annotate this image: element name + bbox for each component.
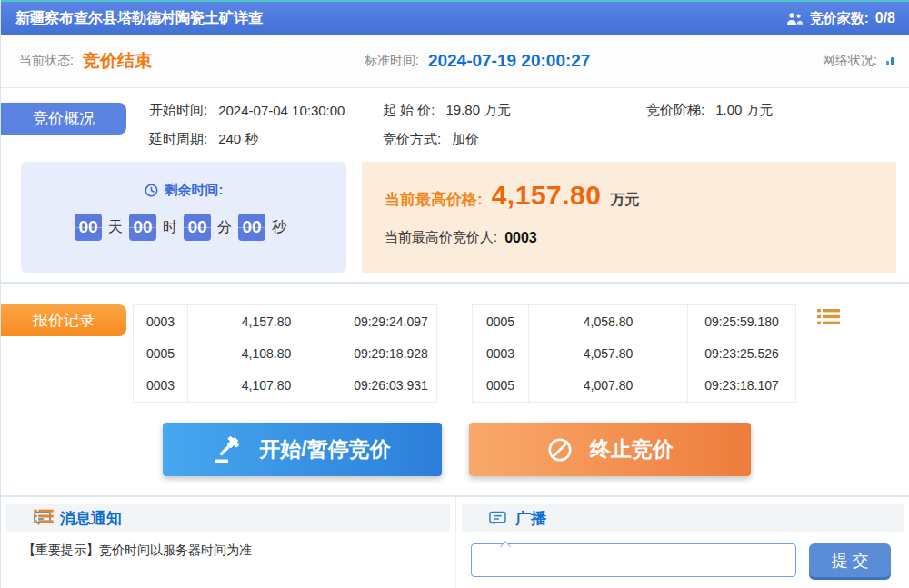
- message-item: 【重要提示】竞价时间以服务器时间为准: [23, 543, 252, 559]
- time-value: 2024-07-19 20:00:27: [428, 51, 591, 71]
- records-badge: 报价记录: [1, 304, 126, 336]
- start-pause-label: 开始/暂停竞价: [259, 435, 390, 463]
- countdown-label: 剩余时间:: [165, 182, 224, 199]
- countdown-digits: 00 天 00 时 00 分 00 秒: [21, 214, 346, 241]
- bidders-icon: [786, 12, 804, 25]
- auction-page: 新疆察布查尔县塔勒德村陶瓷土矿详查 竞价家数: 0/8 当前状态: 竞价结束 标…: [0, 0, 909, 588]
- highest-price-label: 当前最高价格:: [385, 189, 483, 210]
- page-title: 新疆察布查尔县塔勒德村陶瓷土矿详查: [15, 9, 263, 28]
- field-bid-step: 竞价阶梯: 1.00 万元: [646, 102, 774, 119]
- price-cell: 4,108.80: [188, 337, 345, 369]
- prohibit-icon: [546, 436, 574, 463]
- broadcast-input-wrap: [471, 543, 796, 577]
- field-label: 起 始 价:: [383, 102, 435, 119]
- overview-badge: 竞价概况: [1, 103, 126, 135]
- broadcast-panel: 广播 提 交: [455, 497, 909, 588]
- table-row: 0005 4,007.80 09:23:18.107: [473, 370, 795, 402]
- submit-button[interactable]: 提 交: [809, 543, 891, 577]
- records-table-right: 0005 4,058.80 09:25:59.180 0003 4,057.80…: [472, 304, 796, 403]
- table-row: 0005 4,058.80 09:25:59.180: [473, 305, 795, 337]
- bidder-cell: 0003: [134, 370, 188, 402]
- price-cell: 4,157.80: [188, 305, 345, 337]
- bidders-label: 竞价家数:: [810, 10, 869, 27]
- highest-price-panel: 当前最高价格: 4,157.80 万元 当前最高价竞价人: 0003: [362, 162, 896, 273]
- messages-header: 消息通知: [6, 504, 450, 532]
- records-table-left: 0003 4,157.80 09:29:24.097 0005 4,108.80…: [133, 304, 437, 403]
- field-label: 延时周期:: [149, 131, 207, 148]
- title-bar: 新疆察布查尔县塔勒德村陶瓷土矿详查 竞价家数: 0/8: [1, 2, 909, 35]
- field-value: 加价: [452, 131, 479, 148]
- field-value: 240 秒: [218, 131, 258, 148]
- seconds-value: 00: [238, 214, 265, 241]
- time-cell: 09:29:24.097: [345, 305, 436, 337]
- field-start-price: 起 始 价: 19.80 万元: [383, 102, 511, 119]
- status-value: 竞价结束: [83, 49, 152, 73]
- gavel-icon: [214, 435, 243, 464]
- time-label: 标准时间:: [365, 53, 419, 69]
- price-cell: 4,058.80: [529, 305, 688, 337]
- bidders-count: 竞价家数: 0/8: [786, 10, 895, 27]
- countdown-title: 剩余时间:: [21, 182, 346, 199]
- bidder-cell: 0005: [473, 305, 529, 337]
- start-pause-button[interactable]: 开始/暂停竞价: [163, 423, 442, 476]
- terminate-label: 终止竞价: [590, 435, 674, 463]
- time-cell: 09:23:25.526: [688, 337, 795, 369]
- records-list-icon[interactable]: [817, 307, 840, 330]
- bidder-cell: 0003: [134, 305, 188, 337]
- broadcast-title: 广播: [515, 508, 546, 529]
- unit-hour: 时: [163, 218, 177, 237]
- field-start-time: 开始时间: 2024-07-04 10:30:00: [149, 102, 345, 119]
- bidder-cell: 0003: [473, 337, 529, 369]
- bottom-panels: 消息通知 【重要提示】竞价时间以服务器时间为准: [1, 497, 909, 588]
- table-row: 0005 4,108.80 09:29:18.928: [134, 337, 436, 369]
- field-label: 竞价阶梯:: [646, 102, 704, 119]
- unit-day: 天: [108, 218, 123, 237]
- overview-section: 竞价概况 开始时间: 2024-07-04 10:30:00 起 始 价: 19…: [1, 88, 909, 282]
- messages-panel: 消息通知 【重要提示】竞价时间以服务器时间为准: [1, 497, 455, 588]
- hours-value: 00: [129, 214, 156, 241]
- bidder-cell: 0005: [473, 370, 529, 402]
- field-value: 2024-07-04 10:30:00: [218, 103, 345, 118]
- broadcast-header: 广播: [462, 504, 904, 532]
- bidders-value: 0/8: [875, 10, 895, 26]
- field-value: 19.80 万元: [446, 102, 512, 119]
- highest-bidder-line: 当前最高价竞价人: 0003: [385, 229, 537, 246]
- terminate-button[interactable]: 终止竞价: [469, 423, 751, 476]
- status-bar: 当前状态: 竞价结束 标准时间: 2024-07-19 20:00:27 网络状…: [1, 35, 909, 88]
- highest-price-unit: 万元: [610, 191, 639, 210]
- status-label: 当前状态:: [19, 53, 74, 69]
- messages-list-icon[interactable]: [34, 508, 54, 528]
- field-label: 开始时间:: [149, 102, 207, 119]
- price-cell: 4,107.80: [188, 370, 345, 402]
- table-row: 0003 4,157.80 09:29:24.097: [134, 305, 436, 337]
- broadcast-bubble-icon: [489, 511, 506, 526]
- highest-bidder-label: 当前最高价竞价人:: [385, 229, 497, 246]
- highest-price-value: 4,157.80: [492, 180, 602, 211]
- clock-icon: [145, 184, 158, 197]
- network-label: 网络状况:: [823, 53, 877, 69]
- field-label: 竞价方式:: [383, 131, 441, 148]
- bidder-cell: 0005: [134, 337, 188, 369]
- records-section: 报价记录 0003 4,157.80 09:29:24.097 0005 4,1…: [1, 284, 909, 495]
- minutes-value: 00: [184, 214, 211, 241]
- field-delay-period: 延时周期: 240 秒: [149, 131, 258, 148]
- unit-minute: 分: [217, 218, 232, 237]
- signal-icon: [886, 56, 894, 65]
- price-cell: 4,007.80: [529, 370, 688, 402]
- unit-second: 秒: [272, 218, 286, 237]
- table-row: 0003 4,057.80 09:23:25.526: [473, 337, 795, 369]
- messages-title: 消息通知: [60, 508, 122, 529]
- table-row: 0003 4,107.80 09:26:03.931: [134, 370, 436, 402]
- network-status: 网络状况:: [823, 35, 894, 87]
- time-cell: 09:29:18.928: [345, 337, 436, 369]
- highest-bidder-value: 0003: [504, 230, 537, 246]
- days-value: 00: [75, 214, 102, 241]
- time-cell: 09:26:03.931: [345, 370, 436, 402]
- countdown-panel: 剩余时间: 00 天 00 时 00 分 00 秒: [21, 162, 346, 273]
- price-cell: 4,057.80: [529, 337, 688, 369]
- standard-time: 标准时间: 2024-07-19 20:00:27: [365, 35, 590, 87]
- current-status: 当前状态: 竞价结束: [19, 35, 152, 87]
- time-cell: 09:25:59.180: [688, 305, 795, 337]
- broadcast-input[interactable]: [471, 543, 796, 577]
- time-cell: 09:23:18.107: [688, 370, 795, 402]
